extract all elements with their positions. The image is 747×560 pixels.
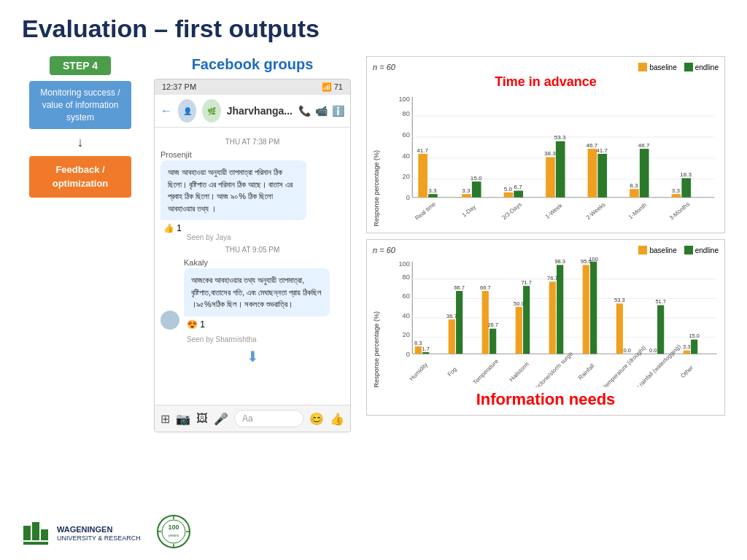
svg-text:41.7: 41.7 [596, 147, 608, 154]
back-arrow-icon[interactable]: ← [160, 104, 172, 117]
svg-text:0.0: 0.0 [649, 347, 657, 354]
message2-row: Kakaly আজকের আবহাওয়ার তথ্য অনুযায়ী তাপ… [160, 258, 344, 330]
left-panel: STEP 4 Monitoring success / value of inf… [22, 56, 139, 198]
svg-text:46.7: 46.7 [638, 142, 650, 149]
svg-rect-104 [23, 526, 31, 540]
svg-text:100: 100 [589, 257, 597, 262]
svg-text:2/3-Days: 2/3-Days [500, 201, 522, 222]
sender1-name: Prosenjit [160, 150, 344, 159]
svg-text:0: 0 [406, 194, 410, 201]
message2-bubble: আজকের আবহাওয়ার তথ্য অনুযায়ী তাপমাত্রা,… [184, 268, 330, 316]
chart1-legend: baseline endline [638, 63, 719, 71]
svg-text:Temperature: Temperature [472, 357, 500, 386]
svg-rect-59 [415, 346, 422, 354]
svg-rect-38 [640, 149, 649, 198]
chart1-n: n = 60 [373, 63, 395, 71]
svg-text:38.3: 38.3 [544, 150, 556, 157]
svg-text:60: 60 [403, 131, 410, 139]
svg-text:1-Month: 1-Month [627, 202, 648, 221]
svg-text:41.7: 41.7 [417, 147, 428, 154]
svg-rect-22 [504, 192, 514, 198]
chart2-legend: baseline endline [638, 246, 719, 254]
legend2-baseline-label: baseline [649, 246, 676, 254]
anniversary-svg: 100 years [155, 513, 192, 550]
svg-text:0: 0 [406, 351, 410, 358]
svg-text:60: 60 [403, 292, 410, 300]
svg-text:100: 100 [168, 524, 179, 531]
chart2-container: n = 60 baseline endline Response percent [366, 239, 725, 416]
svg-text:71.7: 71.7 [521, 279, 532, 286]
chart2-y-label: Response percentage (%) [373, 311, 380, 388]
camera-icon[interactable]: 📷 [176, 412, 190, 426]
emoji-icon[interactable]: 😊 [309, 412, 324, 426]
chart1-y-label: Response percentage (%) [373, 150, 380, 227]
svg-text:3.3: 3.3 [462, 187, 471, 194]
chart2-wrapper: Response percentage (%) 0 20 40 60 80 10… [373, 257, 719, 387]
svg-text:6.7: 6.7 [514, 184, 523, 190]
avatar2: 🌿 [202, 99, 220, 122]
university-name: WAGENINGEN [57, 524, 141, 534]
call-icon[interactable]: 📞 [298, 105, 311, 117]
svg-rect-79 [549, 281, 556, 354]
legend2-baseline-color [638, 246, 647, 254]
mic-icon[interactable]: 🎤 [214, 412, 228, 426]
svg-rect-23 [514, 191, 523, 198]
emoji-reaction2: 😍 1 [187, 319, 330, 330]
svg-text:Real time: Real time [414, 201, 437, 222]
main-content: STEP 4 Monitoring success / value of inf… [22, 56, 725, 432]
download-icon: ⬇ [247, 349, 259, 365]
svg-text:1-Day: 1-Day [461, 203, 477, 219]
svg-text:36.7: 36.7 [446, 313, 457, 319]
wur-icon-svg [22, 518, 51, 548]
wur-text-area: WAGENINGEN UNIVERSITY & RESEARCH [57, 524, 141, 542]
svg-text:Rainfall: Rainfall [577, 362, 595, 381]
signal-battery: 📶 71 [322, 82, 343, 92]
facebook-title: Facebook groups [192, 56, 314, 73]
svg-rect-85 [590, 262, 597, 354]
sender2-name: Kakaly [184, 258, 330, 267]
video-icon[interactable]: 📹 [315, 105, 328, 117]
svg-text:3.3: 3.3 [428, 187, 437, 194]
svg-rect-37 [630, 189, 639, 198]
monitoring-box: Monitoring success / value of informatio… [29, 81, 131, 129]
svg-text:100: 100 [398, 260, 409, 268]
svg-text:Other: Other [680, 364, 695, 379]
svg-text:66.7: 66.7 [454, 284, 465, 291]
legend1-endline-color [684, 63, 693, 71]
page: Evaluation – first outputs STEP 4 Monito… [0, 0, 747, 560]
svg-text:8.3: 8.3 [414, 340, 422, 346]
chart1-title: Time in advance [373, 74, 719, 90]
svg-rect-75 [523, 286, 530, 354]
message-input[interactable]: Aa [234, 410, 303, 427]
svg-text:18.3: 18.3 [680, 171, 692, 178]
grid-icon[interactable]: ⊞ [160, 412, 170, 426]
chat-area: THU AT 7:38 PM Prosenjit আজ আবহাওয়া অনু… [155, 128, 350, 405]
svg-text:20: 20 [403, 173, 410, 180]
svg-text:3.3: 3.3 [672, 187, 681, 194]
legend2-endline-label: endline [695, 246, 719, 254]
contact-name: Jharvhanga... [227, 105, 293, 117]
svg-text:20: 20 [403, 331, 410, 338]
arrow-down: ↓ [77, 135, 84, 150]
svg-text:2-Weeks: 2-Weeks [585, 201, 607, 221]
timestamp1: THU AT 7:38 PM [160, 138, 344, 146]
info-icon[interactable]: ℹ️ [332, 105, 344, 117]
svg-rect-32 [588, 149, 597, 198]
svg-rect-70 [489, 329, 496, 354]
legend2-endline: endline [684, 246, 719, 254]
header-icons: 📞 📹 ℹ️ [298, 105, 344, 117]
svg-rect-33 [597, 154, 607, 198]
svg-rect-27 [546, 158, 555, 198]
avatar3 [160, 311, 179, 330]
svg-rect-43 [681, 178, 691, 197]
svg-text:years: years [169, 533, 179, 537]
image-icon[interactable]: 🖼 [196, 412, 208, 425]
svg-text:15.0: 15.0 [471, 175, 482, 182]
chart2-n: n = 60 [373, 246, 395, 254]
feedback-box: Feedback / optimization [29, 156, 131, 197]
thumbs-up-icon[interactable]: 👍 [330, 412, 344, 426]
chart2-title: Information needs [373, 390, 719, 409]
svg-text:80: 80 [403, 110, 410, 117]
svg-text:0.0: 0.0 [623, 347, 630, 354]
legend1-baseline-color [638, 63, 647, 71]
